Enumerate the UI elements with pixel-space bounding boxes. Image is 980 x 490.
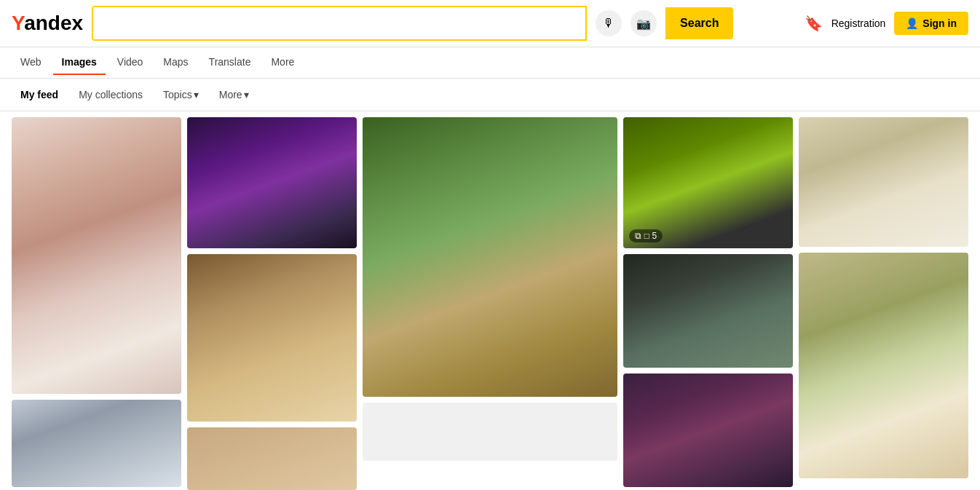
subnav-item-more[interactable]: More ▾ <box>210 84 258 105</box>
image-card-kitchen[interactable] <box>799 117 968 247</box>
image-card-motorcycle[interactable] <box>623 254 793 368</box>
camera-button[interactable]: 📷 <box>631 10 657 36</box>
image-column-5 <box>799 117 968 490</box>
image-card-girl-hair[interactable] <box>187 427 357 490</box>
chevron-down-icon-more: ▾ <box>244 89 249 100</box>
image-card-tree-mural[interactable] <box>799 253 968 478</box>
chevron-down-icon: ▾ <box>194 89 199 100</box>
image-card-bride[interactable] <box>12 117 181 394</box>
logo-y: Y <box>12 12 24 34</box>
image-card-car-front[interactable] <box>12 400 181 487</box>
header-right: 🔖 Registration 👤 Sign in <box>805 12 968 35</box>
image-column-2 <box>187 117 357 490</box>
subnav-item-myfeed[interactable]: My feed <box>12 84 67 105</box>
bookmark-icon[interactable]: 🔖 <box>805 15 823 32</box>
image-badge: ⧉ □ 5 <box>629 229 663 242</box>
image-grid: ⧉ □ 5 <box>0 111 980 490</box>
search-bar <box>92 6 587 41</box>
badge-count: □ 5 <box>644 231 657 241</box>
subnav-item-mycollections[interactable]: My collections <box>70 84 151 105</box>
image-column-3 <box>363 117 617 490</box>
yandex-logo[interactable]: Yandex <box>12 12 83 35</box>
search-button[interactable]: Search <box>665 7 733 39</box>
image-card-green-car[interactable]: ⧉ □ 5 <box>623 117 793 248</box>
image-card-blank[interactable] <box>363 403 617 461</box>
subnav-more-label: More <box>219 89 242 100</box>
nav-item-images[interactable]: Images <box>53 50 106 75</box>
signin-label: Sign in <box>922 17 957 29</box>
nav-item-video[interactable]: Video <box>108 50 152 75</box>
registration-button[interactable]: Registration <box>831 17 886 29</box>
search-input[interactable] <box>93 7 574 39</box>
nav-item-web[interactable]: Web <box>12 50 50 75</box>
subnav-item-topics[interactable]: Topics ▾ <box>154 84 208 105</box>
image-card-nails[interactable] <box>623 374 793 487</box>
person-icon: 👤 <box>906 17 918 29</box>
image-card-purple-car[interactable] <box>187 117 357 248</box>
signin-button[interactable]: 👤 Sign in <box>894 12 968 35</box>
image-column-1 <box>12 117 181 490</box>
subnav: My feed My collections Topics ▾ More ▾ <box>0 79 980 111</box>
nav-item-more[interactable]: More <box>262 50 303 75</box>
logo-andex: andex <box>24 12 83 34</box>
mic-button[interactable]: 🎙 <box>596 10 622 36</box>
main-nav: Web Images Video Maps Translate More <box>0 47 980 79</box>
image-card-hallway[interactable] <box>187 254 357 422</box>
image-column-4: ⧉ □ 5 <box>623 117 793 490</box>
image-card-porch[interactable] <box>363 117 617 397</box>
badge-icon: ⧉ <box>635 231 641 241</box>
nav-item-maps[interactable]: Maps <box>154 50 197 75</box>
header: Yandex 🎙 📷 Search 🔖 Registration 👤 Sign … <box>0 0 980 47</box>
subnav-topics-label: Topics <box>163 89 192 100</box>
nav-item-translate[interactable]: Translate <box>200 50 260 75</box>
